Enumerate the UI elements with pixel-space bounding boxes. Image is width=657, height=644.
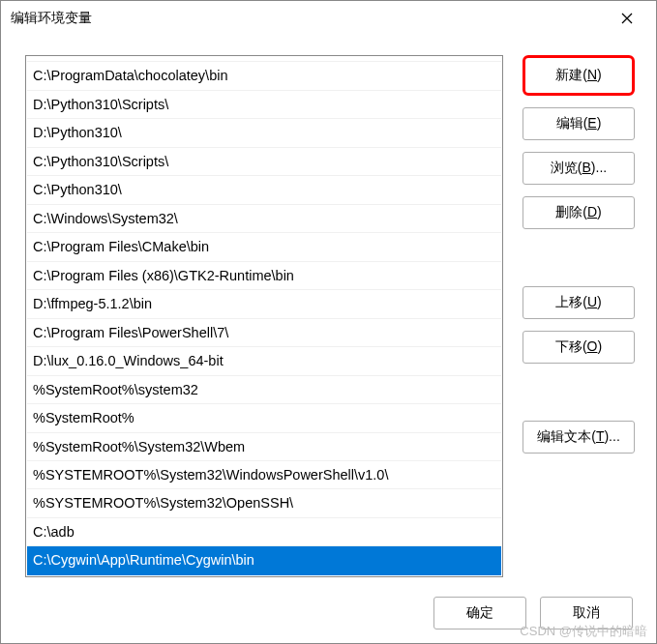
list-item[interactable]: C:\ProgramData\chocolatey\bin	[27, 62, 501, 90]
ok-button[interactable]: 确定	[433, 597, 526, 629]
new-button[interactable]: 新建(N)	[523, 55, 635, 96]
close-button[interactable]	[608, 5, 646, 32]
titlebar: 编辑环境变量	[1, 1, 656, 36]
spacer	[523, 375, 635, 409]
browse-button[interactable]: 浏览(B)...	[523, 152, 635, 185]
env-var-dialog: 编辑环境变量 C:\Program Files\JetBrains\PyChar…	[0, 0, 657, 644]
cancel-button[interactable]: 取消	[540, 597, 633, 629]
list-item[interactable]: D:\Python310\	[27, 119, 501, 147]
list-item[interactable]: D:\ffmpeg-5.1.2\bin	[27, 290, 501, 318]
edit-button[interactable]: 编辑(E)	[523, 107, 635, 140]
moveup-button[interactable]: 上移(U)	[523, 286, 635, 319]
list-item[interactable]: D:\Python310\Scripts\	[27, 91, 501, 119]
movedown-button[interactable]: 下移(O)	[523, 331, 635, 364]
content-area: C:\Program Files\JetBrains\PyCharm Commu…	[1, 36, 656, 597]
close-icon	[621, 13, 633, 24]
dialog-title: 编辑环境变量	[11, 10, 92, 27]
edittext-button[interactable]: 编辑文本(T)...	[523, 421, 635, 454]
list-item[interactable]: %SystemRoot%	[27, 404, 501, 432]
delete-button[interactable]: 删除(D)	[523, 196, 635, 229]
list-item[interactable]: C:\Python310\	[27, 176, 501, 204]
list-item[interactable]: %SYSTEMROOT%\System32\OpenSSH\	[27, 489, 501, 517]
spacer	[523, 241, 635, 275]
sidebar: 新建(N) 编辑(E) 浏览(B)... 删除(D) 上移(U) 下移(O) 编…	[523, 55, 635, 587]
list-item[interactable]: C:\msys64\mingw64\bin	[27, 55, 501, 62]
list-item[interactable]: C:\Python310\Scripts\	[27, 148, 501, 176]
list-item[interactable]: %SystemRoot%\System32\Wbem	[27, 433, 501, 461]
list-item[interactable]: C:\adb	[27, 518, 501, 546]
footer: 确定 取消	[1, 597, 656, 643]
list-item[interactable]: %SYSTEMROOT%\System32\WindowsPowerShell\…	[27, 461, 501, 489]
list-item[interactable]: %SystemRoot%\system32	[27, 376, 501, 404]
list-item[interactable]: D:\lux_0.16.0_Windows_64-bit	[27, 347, 501, 375]
list-item[interactable]: C:\Windows\System32\	[27, 205, 501, 233]
path-listbox[interactable]: C:\Program Files\JetBrains\PyCharm Commu…	[25, 55, 503, 577]
list-item[interactable]: C:\Program Files\CMake\bin	[27, 233, 501, 261]
list-item[interactable]: C:\Program Files\PowerShell\7\	[27, 319, 501, 347]
list-item[interactable]: C:\Cygwin\App\Runtime\Cygwin\bin	[27, 546, 501, 574]
list-item[interactable]: C:\Program Files (x86)\GTK2-Runtime\bin	[27, 262, 501, 290]
